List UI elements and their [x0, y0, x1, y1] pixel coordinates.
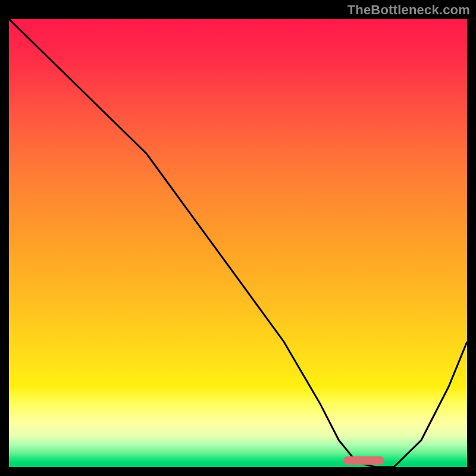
watermark-text: TheBottleneck.com — [347, 2, 470, 18]
optimum-marker — [343, 456, 384, 465]
curve-path — [9, 19, 467, 467]
chart-frame: TheBottleneck.com — [0, 0, 476, 476]
curve-svg — [9, 19, 467, 467]
plot-area — [9, 19, 467, 467]
